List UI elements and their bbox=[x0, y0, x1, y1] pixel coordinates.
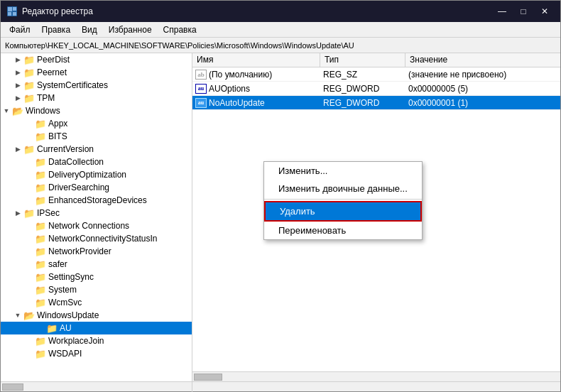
tree-label: Network Connections bbox=[48, 221, 129, 231]
tree-label: TPM bbox=[37, 93, 55, 103]
table-header: Имя Тип Значение bbox=[192, 53, 560, 67]
folder-icon: 📁 bbox=[23, 144, 35, 154]
expand-icon bbox=[23, 233, 35, 244]
tree-item-networkprovider[interactable]: 📁 NetworkProvider bbox=[1, 245, 192, 258]
tree-label: WorkplaceJoin bbox=[48, 336, 104, 346]
app-icon bbox=[6, 6, 18, 17]
tree-label: DriverSearching bbox=[48, 183, 109, 192]
folder-icon: 📁 bbox=[35, 285, 46, 295]
context-menu-edit-binary[interactable]: Изменить двоичные данные... bbox=[264, 180, 422, 197]
close-button[interactable]: ✕ bbox=[535, 4, 555, 18]
tree-item-workplacejoin[interactable]: 📁 WorkplaceJoin bbox=[1, 334, 192, 347]
menu-edit[interactable]: Правка bbox=[36, 23, 77, 36]
tree-item-systemcertificates[interactable]: ▶ 📁 SystemCertificates bbox=[1, 79, 192, 92]
tree-item-wcmsvc[interactable]: 📁 WcmSvc bbox=[1, 296, 192, 309]
tree-item-settingsync[interactable]: 📁 SettingSync bbox=[1, 271, 192, 283]
table-row[interactable]: au NoAutoUpdate REG_DWORD 0x00000001 (1) bbox=[192, 96, 560, 110]
expand-icon bbox=[23, 131, 35, 142]
title-bar-buttons: — □ ✕ bbox=[492, 4, 555, 18]
menu-bar: Файл Правка Вид Избранное Справка bbox=[1, 22, 560, 38]
folder-icon: 📁 bbox=[35, 246, 46, 256]
tree-item-au[interactable]: 📁 AU bbox=[1, 322, 192, 334]
row-type-default: REG_SZ bbox=[320, 68, 405, 81]
expand-icon bbox=[35, 322, 46, 334]
tree-label: Appx bbox=[48, 119, 67, 129]
tree-item-driversearching[interactable]: 📁 DriverSearching bbox=[1, 181, 192, 194]
expand-icon: ▼ bbox=[1, 105, 12, 116]
tree-item-safer[interactable]: 📁 safer bbox=[1, 258, 192, 271]
folder-icon: 📁 bbox=[35, 119, 46, 129]
folder-icon: 📁 bbox=[35, 298, 46, 307]
tree-item-peerdist[interactable]: ▶ 📁 PeerDist bbox=[1, 53, 192, 66]
tree-item-currentversion[interactable]: ▶ 📁 CurrentVersion bbox=[1, 143, 192, 156]
folder-icon: 📁 bbox=[23, 80, 35, 90]
tree-item-networkconnectivity[interactable]: 📁 NetworkConnectivityStatusIn bbox=[1, 232, 192, 245]
tree-item-wsdapi[interactable]: 📁 WSDAPI bbox=[1, 347, 192, 360]
expand-icon: ▶ bbox=[12, 54, 23, 65]
tree-label: CurrentVersion bbox=[37, 144, 94, 154]
tree-item-networkconnections[interactable]: 📁 Network Connections bbox=[1, 219, 192, 232]
table-row[interactable]: au AUOptions REG_DWORD 0x00000005 (5) bbox=[192, 82, 560, 96]
maximize-button[interactable]: □ bbox=[513, 4, 533, 18]
svg-rect-4 bbox=[13, 12, 16, 16]
context-menu-delete[interactable]: Удалить bbox=[264, 201, 422, 222]
tree-item-windowsupdate[interactable]: ▼ 📂 WindowsUpdate bbox=[1, 309, 192, 322]
tree-item-ipsec[interactable]: ▶ 📁 IPSec bbox=[1, 207, 192, 219]
context-menu-rename[interactable]: Переименовать bbox=[264, 222, 422, 239]
address-bar: Компьютер\HKEY_LOCAL_MACHINE\SOFTWARE\Po… bbox=[1, 38, 560, 53]
folder-icon: 📁 bbox=[23, 93, 35, 103]
menu-favorites[interactable]: Избранное bbox=[103, 23, 158, 36]
tree-item-peernet[interactable]: ▶ 📁 Peernet bbox=[1, 66, 192, 79]
context-menu-separator bbox=[264, 199, 422, 200]
tree-scroll-thumb[interactable] bbox=[2, 383, 23, 391]
tree-label: NetworkProvider bbox=[48, 246, 111, 256]
context-menu-edit[interactable]: Изменить... bbox=[264, 162, 422, 180]
tree-h-scrollbar[interactable] bbox=[1, 382, 192, 392]
menu-view[interactable]: Вид bbox=[76, 23, 103, 36]
folder-icon: 📁 bbox=[35, 272, 46, 282]
minimize-button[interactable]: — bbox=[492, 4, 512, 18]
context-menu: Изменить... Изменить двоичные данные... … bbox=[263, 161, 423, 240]
tree-item-appx[interactable]: 📁 Appx bbox=[1, 117, 192, 130]
menu-file[interactable]: Файл bbox=[4, 23, 36, 36]
tree-label: BITS bbox=[48, 131, 67, 141]
tree-label: DeliveryOptimization bbox=[48, 170, 126, 180]
expand-icon bbox=[23, 297, 35, 308]
expand-icon: ▶ bbox=[12, 207, 23, 219]
expand-icon bbox=[23, 195, 35, 206]
horizontal-scrollbar[interactable] bbox=[192, 371, 560, 381]
right-h-scrollbar[interactable] bbox=[192, 382, 560, 392]
menu-help[interactable]: Справка bbox=[158, 23, 202, 36]
tree-label: Peernet bbox=[37, 67, 67, 77]
expand-icon: ▼ bbox=[12, 310, 23, 321]
tree-item-bits[interactable]: 📁 BITS bbox=[1, 130, 192, 143]
row-name-noautoupdate: au NoAutoUpdate bbox=[192, 97, 320, 109]
expand-icon bbox=[23, 246, 35, 257]
folder-icon: 📁 bbox=[46, 323, 58, 333]
folder-icon: 📁 bbox=[35, 234, 46, 244]
folder-icon: 📁 bbox=[35, 131, 46, 141]
tree-label: WcmSvc bbox=[48, 298, 82, 307]
row-type-noautoupdate: REG_DWORD bbox=[320, 97, 405, 109]
tree-item-windows[interactable]: ▼ 📂 Windows bbox=[1, 104, 192, 117]
tree-item-datacollection[interactable]: 📁 DataCollection bbox=[1, 156, 192, 168]
scrollbar-thumb[interactable] bbox=[194, 374, 222, 381]
folder-icon: 📂 bbox=[23, 310, 35, 320]
tree-pane[interactable]: ▶ 📁 PeerDist ▶ 📁 Peernet ▶ 📁 SystemCerti… bbox=[1, 53, 192, 381]
expand-icon bbox=[23, 182, 35, 193]
expand-icon: ▶ bbox=[12, 92, 23, 104]
tree-item-enhancedstoragedevices[interactable]: 📁 EnhancedStorageDevices bbox=[1, 194, 192, 207]
expand-icon bbox=[23, 169, 35, 180]
tree-item-tpm[interactable]: ▶ 📁 TPM bbox=[1, 92, 192, 104]
tree-item-system[interactable]: 📁 System bbox=[1, 283, 192, 296]
row-name-auoptions: au AUOptions bbox=[192, 82, 320, 95]
window-title: Редактор реестра bbox=[22, 6, 492, 16]
col-header-type: Тип bbox=[320, 53, 405, 67]
expand-icon bbox=[23, 258, 35, 270]
tree-item-deliveryoptimization[interactable]: 📁 DeliveryOptimization bbox=[1, 168, 192, 181]
tree-label: DataCollection bbox=[48, 157, 104, 167]
table-row[interactable]: ab (По умолчанию) REG_SZ (значение не пр… bbox=[192, 67, 560, 82]
col-header-value: Значение bbox=[405, 53, 560, 67]
folder-icon: 📁 bbox=[23, 55, 35, 65]
bottom-scrollbar-area bbox=[1, 381, 560, 391]
